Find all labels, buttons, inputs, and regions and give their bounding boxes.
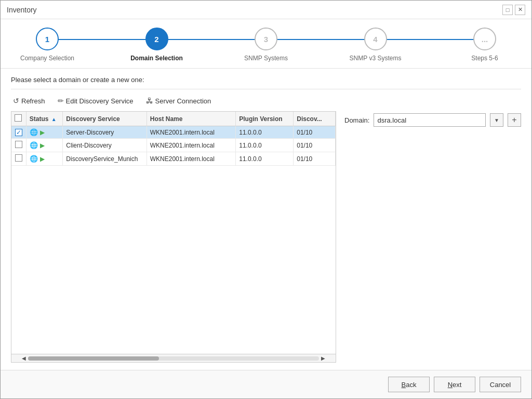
step-5-circle: ...	[473, 28, 496, 50]
scroll-left-button[interactable]: ◀	[20, 355, 28, 361]
domain-label: Domain:	[344, 116, 369, 124]
row3-plugin-version: 11.0.0.0	[236, 152, 294, 166]
instruction-text: Please select a domain or create a new o…	[11, 76, 521, 89]
col-status[interactable]: Status ▲	[26, 112, 63, 126]
table-row[interactable]: ✓ 🌐 ▶ Server-Discovery	[11, 126, 336, 139]
cancel-button[interactable]: Cancel	[480, 377, 521, 392]
table-row[interactable]: 🌐 ▶ DiscoveryService_Munich WKNE2001.int…	[11, 152, 336, 166]
status-sort-icon: ▲	[51, 116, 57, 122]
globe-icon: 🌐	[30, 141, 38, 149]
step-3-label: SNMP Systems	[244, 55, 288, 62]
step-4[interactable]: 4 SNMP v3 Systems	[344, 28, 407, 62]
step-5[interactable]: ... Steps 5-6	[454, 28, 516, 62]
col-discovery-service[interactable]: Discovery Service	[63, 112, 147, 126]
content-area: Please select a domain or create a new o…	[1, 69, 531, 370]
row3-host-name: WKNE2001.intern.local	[147, 152, 236, 166]
checkmark-icon: ✓	[16, 129, 21, 136]
row2-host-name: WKNE2001.intern.local	[147, 139, 236, 152]
domain-dropdown-button[interactable]: ▼	[490, 113, 503, 127]
row2-checkbox-cell[interactable]	[11, 139, 26, 152]
globe-icon: 🌐	[30, 155, 38, 163]
step-1-circle: 1	[36, 28, 59, 50]
domain-add-button[interactable]: +	[508, 113, 521, 127]
window-controls: □ ✕	[502, 5, 525, 15]
server-connection-label: Server Connection	[155, 97, 211, 105]
next-underline: N	[448, 381, 453, 389]
row3-discovery-service: DiscoveryService_Munich	[63, 152, 147, 166]
refresh-button[interactable]: ↺ Refresh	[11, 96, 47, 106]
discovery-table: Status ▲ Discovery Service Host Name Plu…	[11, 112, 336, 166]
row1-discov: 01/10	[294, 126, 336, 139]
play-icon: ▶	[40, 142, 45, 149]
play-icon: ▶	[40, 129, 45, 136]
step-4-label: SNMP v3 Systems	[350, 55, 402, 62]
row3-discov: 01/10	[294, 152, 336, 166]
row1-discovery-service: Server-Discovery	[63, 126, 147, 139]
window-title: Inventory	[7, 6, 37, 14]
step-2-label: Domain Selection	[130, 55, 183, 62]
step-5-label: Steps 5-6	[471, 55, 498, 62]
refresh-label: Refresh	[21, 97, 45, 105]
table-header-row: Status ▲ Discovery Service Host Name Plu…	[11, 112, 336, 126]
domain-panel: Domain: dsra.local ▼ +	[344, 111, 521, 363]
row1-status: 🌐 ▶	[26, 126, 63, 139]
row2-status: 🌐 ▶	[26, 139, 63, 152]
back-underline: B	[402, 381, 406, 389]
row2-plugin-version: 11.0.0.0	[236, 139, 294, 152]
cancel-label: Cancel	[490, 381, 511, 389]
edit-discovery-button[interactable]: ✏ Edit Discovery Service	[56, 96, 136, 106]
row1-plugin-version: 11.0.0.0	[236, 126, 294, 139]
main-area: Status ▲ Discovery Service Host Name Plu…	[11, 111, 521, 363]
back-rest: ack	[406, 381, 416, 389]
step-1[interactable]: 1 Company Selection	[16, 28, 78, 62]
row1-checkbox-cell[interactable]: ✓	[11, 126, 26, 139]
next-rest: ext	[453, 381, 461, 389]
step-1-label: Company Selection	[20, 55, 74, 62]
title-bar: Inventory □ ✕	[1, 1, 531, 19]
step-3-circle: 3	[255, 28, 277, 50]
col-plugin-version[interactable]: Plugin Version	[236, 112, 294, 126]
col-discov[interactable]: Discov...	[294, 112, 336, 126]
server-icon: 🖧	[146, 97, 153, 105]
main-window: Inventory □ ✕ 1 Company Selection 2 Doma…	[0, 0, 532, 399]
next-button[interactable]: Next	[434, 377, 475, 392]
server-connection-button[interactable]: 🖧 Server Connection	[144, 96, 214, 106]
col-host-name[interactable]: Host Name	[147, 112, 236, 126]
col-checkbox	[11, 112, 26, 126]
scroll-thumb[interactable]	[28, 356, 159, 361]
table-section: Status ▲ Discovery Service Host Name Plu…	[11, 111, 336, 363]
row3-status: 🌐 ▶	[26, 152, 63, 166]
select-all-checkbox[interactable]	[15, 114, 22, 122]
row3-checkbox[interactable]	[15, 154, 22, 162]
table-row[interactable]: 🌐 ▶ Client-Discovery WKNE2001.intern.loc…	[11, 139, 336, 152]
table-wrapper[interactable]: Status ▲ Discovery Service Host Name Plu…	[11, 112, 336, 354]
horizontal-scrollbar[interactable]: ◀ ▶	[11, 354, 336, 362]
back-button[interactable]: Back	[388, 377, 430, 392]
edit-discovery-label: Edit Discovery Service	[66, 97, 134, 105]
row1-checkbox[interactable]: ✓	[15, 129, 22, 136]
wizard-steps: 1 Company Selection 2 Domain Selection 3…	[1, 19, 531, 69]
row2-discov: 01/10	[294, 139, 336, 152]
row2-discovery-service: Client-Discovery	[63, 139, 147, 152]
play-icon: ▶	[40, 155, 45, 163]
step-3[interactable]: 3 SNMP Systems	[235, 28, 297, 62]
close-button[interactable]: ✕	[515, 5, 525, 15]
edit-icon: ✏	[58, 97, 64, 105]
restore-button[interactable]: □	[502, 5, 513, 15]
step-2-circle: 2	[145, 28, 168, 50]
step-2[interactable]: 2 Domain Selection	[126, 28, 188, 62]
toolbar: ↺ Refresh ✏ Edit Discovery Service 🖧 Ser…	[11, 96, 521, 106]
globe-icon: 🌐	[30, 128, 38, 136]
domain-row: Domain: dsra.local ▼ +	[344, 113, 521, 127]
step-4-circle: 4	[364, 28, 387, 50]
scroll-right-button[interactable]: ▶	[319, 355, 327, 361]
scroll-track[interactable]	[28, 356, 319, 361]
row2-checkbox[interactable]	[15, 141, 22, 148]
footer: Back Next Cancel	[1, 370, 531, 398]
row3-checkbox-cell[interactable]	[11, 152, 26, 166]
refresh-icon: ↺	[13, 97, 19, 105]
row1-host-name: WKNE2001.intern.local	[147, 126, 236, 139]
domain-select[interactable]: dsra.local	[374, 113, 486, 127]
